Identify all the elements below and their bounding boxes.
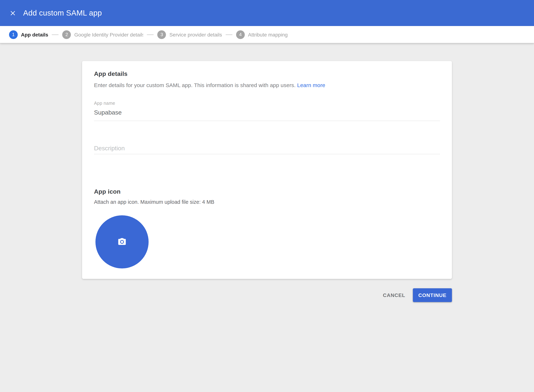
close-button[interactable] xyxy=(9,9,17,17)
step-label: Service provider details xyxy=(169,32,222,37)
app-details-card: App details Enter details for your custo… xyxy=(82,61,452,279)
step-number-badge: 2 xyxy=(62,30,71,39)
dialog-header: Add custom SAML app xyxy=(0,0,534,26)
cancel-button[interactable]: CANCEL xyxy=(375,289,413,302)
app-name-label: App name xyxy=(94,101,440,106)
step-label: Attribute mapping xyxy=(248,32,288,37)
learn-more-link[interactable]: Learn more xyxy=(297,82,325,88)
continue-button[interactable]: CONTINUE xyxy=(413,288,452,302)
card-title: App details xyxy=(94,70,128,78)
stepper-step-google-idp-details[interactable]: 2 Google Identity Provider details xyxy=(62,30,143,39)
step-separator xyxy=(226,34,232,35)
app-name-field[interactable]: App name Supabase xyxy=(94,101,440,121)
camera-icon xyxy=(118,237,127,246)
step-number-badge: 3 xyxy=(157,30,166,39)
description-field[interactable]: Description xyxy=(94,144,440,154)
upload-app-icon-button[interactable] xyxy=(95,215,149,268)
app-icon-title: App icon xyxy=(94,188,121,196)
step-number-badge: 1 xyxy=(9,30,18,39)
step-separator xyxy=(52,34,59,35)
card-description-text: Enter details for your custom SAML app. … xyxy=(94,82,296,88)
stepper-step-service-provider-details[interactable]: 3 Service provider details xyxy=(157,30,222,39)
step-separator xyxy=(147,34,154,35)
stepper: 1 App details 2 Google Identity Provider… xyxy=(0,26,534,43)
step-label: App details xyxy=(21,32,48,37)
close-icon xyxy=(9,10,16,16)
description-input[interactable]: Description xyxy=(94,144,440,153)
step-label: Google Identity Provider details xyxy=(74,32,143,37)
stepper-step-attribute-mapping[interactable]: 4 Attribute mapping xyxy=(236,30,288,39)
card-description: Enter details for your custom SAML app. … xyxy=(94,82,325,88)
app-icon-subtitle: Attach an app icon. Maximum upload file … xyxy=(94,199,214,205)
step-number-badge: 4 xyxy=(236,30,245,39)
app-name-input[interactable]: Supabase xyxy=(94,109,440,116)
dialog-title: Add custom SAML app xyxy=(23,9,102,17)
stepper-step-app-details[interactable]: 1 App details xyxy=(9,30,48,39)
